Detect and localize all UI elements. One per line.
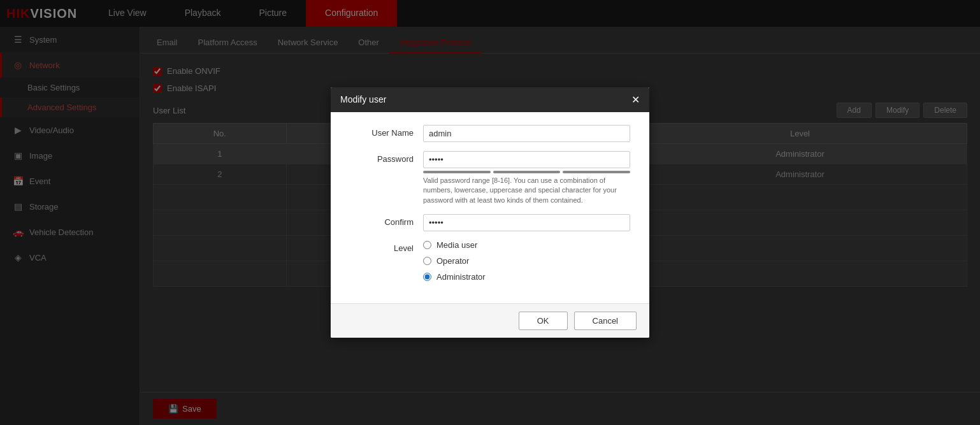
radio-media-user-label: Media user bbox=[436, 240, 477, 250]
level-operator: Operator bbox=[423, 256, 630, 266]
modal-overlay: Modify user ✕ User Name Password Valid p… bbox=[0, 0, 980, 425]
pwd-bar-3 bbox=[563, 171, 630, 173]
radio-administrator[interactable] bbox=[423, 273, 431, 281]
modal-title: Modify user bbox=[340, 94, 386, 104]
modify-user-modal: Modify user ✕ User Name Password Valid p… bbox=[331, 87, 649, 338]
radio-administrator-label: Administrator bbox=[436, 272, 486, 282]
password-input[interactable] bbox=[423, 151, 630, 168]
password-row: Password Valid password range [8-16]. Yo… bbox=[350, 151, 630, 205]
modal-header: Modify user ✕ bbox=[331, 87, 649, 112]
username-row: User Name bbox=[350, 125, 630, 142]
level-options: Media user Operator Administrator bbox=[423, 240, 630, 282]
username-label: User Name bbox=[350, 125, 414, 138]
pwd-bar-1 bbox=[423, 171, 491, 173]
pwd-bar-2 bbox=[493, 171, 561, 173]
modal-ok-button[interactable]: OK bbox=[519, 312, 568, 330]
confirm-label: Confirm bbox=[350, 214, 414, 227]
modal-footer: OK Cancel bbox=[331, 303, 649, 338]
level-row: Level Media user Operator Administrator bbox=[350, 240, 630, 282]
modal-close-button[interactable]: ✕ bbox=[631, 94, 640, 106]
level-media-user: Media user bbox=[423, 240, 630, 250]
modal-body: User Name Password Valid password range … bbox=[331, 112, 649, 303]
modal-cancel-button[interactable]: Cancel bbox=[574, 312, 637, 330]
radio-media-user[interactable] bbox=[423, 241, 431, 249]
password-label: Password bbox=[350, 151, 414, 164]
password-hint: Valid password range [8-16]. You can use… bbox=[423, 176, 630, 205]
confirm-row: Confirm bbox=[350, 214, 630, 231]
radio-operator-label: Operator bbox=[436, 256, 469, 266]
username-input[interactable] bbox=[423, 125, 630, 142]
confirm-input[interactable] bbox=[423, 214, 630, 231]
password-strength-bars bbox=[423, 171, 630, 173]
level-label: Level bbox=[350, 240, 414, 253]
radio-operator[interactable] bbox=[423, 257, 431, 265]
level-administrator: Administrator bbox=[423, 272, 630, 282]
